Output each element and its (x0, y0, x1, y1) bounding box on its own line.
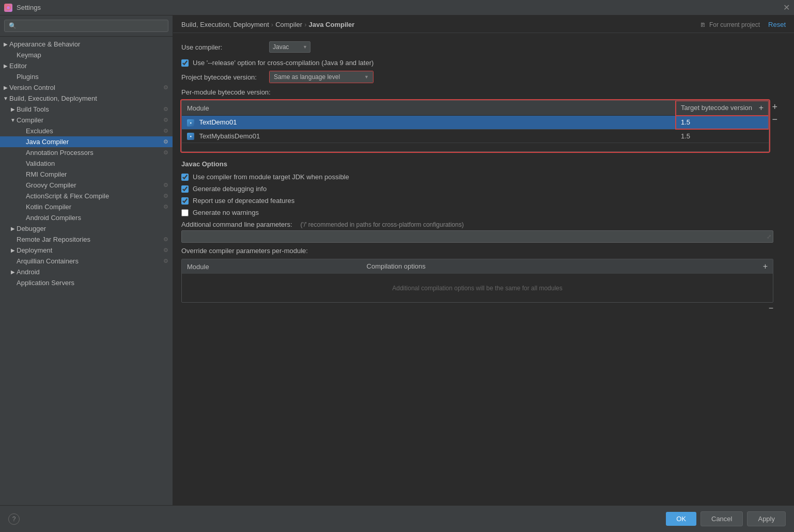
sidebar-item-rmi-compiler[interactable]: RMI Compiler (0, 169, 173, 180)
sidebar-item-label: Application Servers (17, 279, 168, 287)
sidebar-item-label: Editor (9, 62, 168, 70)
sidebar-item-label: Plugins (17, 73, 168, 81)
table-row[interactable]: ▪ TextDemo01 1.5 (182, 116, 769, 130)
project-bytecode-row: Project bytecode version: Same as langua… (181, 71, 786, 83)
module-name-cell: ▪ TextDemo01 (182, 116, 676, 130)
title-bar-left: Settings (4, 4, 41, 12)
sidebar-item-label: Deployment (17, 246, 161, 254)
reset-link[interactable]: Reset (768, 21, 786, 28)
table-row[interactable]: ▪ TextMybatisDemo01 1.5 (182, 129, 769, 143)
sidebar-item-excludes[interactable]: Excludes ⚙ (0, 126, 173, 136)
expand-icon[interactable]: ⤢ (767, 233, 771, 240)
main-layout: ▶ Appearance & Behavior Keymap ▶ Editor … (0, 15, 794, 505)
sidebar-item-editor[interactable]: ▶ Editor (0, 60, 173, 71)
generate-debugging-label: Generate debugging info (193, 185, 267, 193)
window-title: Settings (17, 4, 41, 11)
sidebar-item-remote-jar[interactable]: Remote Jar Repositories ⚙ (0, 234, 173, 245)
module-table-container: Module Target bytecode version + (181, 100, 769, 152)
sidebar-item-label: Annotation Processors (26, 149, 161, 157)
settings-icon: ⚙ (163, 258, 168, 264)
sidebar-item-label: Build Tools (17, 105, 161, 113)
override-table: Module Compilation options + Additional … (182, 259, 773, 302)
settings-icon: ⚙ (163, 204, 168, 210)
module-icon: ▪ (187, 133, 194, 140)
module-icon: ▪ (187, 119, 194, 127)
sidebar-item-label: Version Control (9, 84, 161, 91)
breadcrumb-part-2: Compiler (275, 21, 302, 28)
sidebar-item-application-servers[interactable]: Application Servers (0, 277, 173, 288)
search-input[interactable] (4, 20, 168, 32)
override-compiler-header: Override compiler parameters per-module: (181, 247, 786, 255)
add-row-button[interactable]: + (770, 100, 780, 114)
expand-arrow: ▶ (2, 63, 9, 69)
report-deprecated-checkbox[interactable] (181, 197, 189, 205)
module-version-cell: 1.5 (676, 129, 769, 143)
generate-no-warnings-label: Generate no warnings (193, 209, 259, 216)
settings-icon: ⚙ (163, 149, 168, 156)
col-module: Module (182, 101, 676, 116)
expand-arrow: ▶ (2, 41, 9, 47)
expand-arrow: ▶ (9, 247, 17, 253)
additional-cmd-header: Additional command line parameters: ('/'… (181, 221, 786, 228)
use-compiler-select-wrapper: Javac Eclipse Ajc (269, 41, 310, 53)
content-area: Build, Execution, Deployment › Compiler … (173, 15, 794, 505)
add-override-button[interactable]: + (763, 262, 768, 271)
settings-icon: ⚙ (163, 182, 168, 189)
expand-arrow: ▼ (9, 117, 17, 123)
sidebar-item-label: Keymap (17, 51, 168, 59)
sidebar-item-annotation-processors[interactable]: Annotation Processors ⚙ (0, 147, 173, 158)
expand-arrow: ▼ (2, 96, 9, 101)
javac-option-generate-debugging: Generate debugging info (181, 185, 786, 193)
bottom-right: OK Cancel Apply (666, 511, 786, 526)
sidebar-item-label: Groovy Compiler (26, 181, 161, 189)
close-button[interactable]: ✕ (783, 3, 790, 12)
expand-arrow: ▶ (2, 85, 9, 90)
use-compiler-select[interactable]: Javac Eclipse Ajc (269, 41, 310, 53)
sidebar-item-build-execution-deployment[interactable]: ▼ Build, Execution, Deployment (0, 93, 173, 104)
app-icon (4, 4, 12, 12)
use-compiler-row: Use compiler: Javac Eclipse Ajc (181, 41, 786, 53)
sidebar-item-android[interactable]: ▶ Android (0, 267, 173, 277)
generate-debugging-checkbox[interactable] (181, 185, 189, 193)
sidebar-item-groovy-compiler[interactable]: Groovy Compiler ⚙ (0, 180, 173, 191)
sidebar-item-keymap[interactable]: Keymap (0, 50, 173, 60)
sidebar-item-plugins[interactable]: Plugins (0, 71, 173, 82)
sidebar-item-version-control[interactable]: ▶ Version Control ⚙ (0, 82, 173, 93)
cancel-button[interactable]: Cancel (700, 511, 743, 526)
sidebar-item-label: Kotlin Compiler (26, 203, 161, 211)
help-button[interactable]: ? (8, 513, 20, 525)
sidebar-item-java-compiler[interactable]: Java Compiler ⚙ (0, 136, 173, 147)
ok-button[interactable]: OK (666, 512, 696, 526)
sidebar-item-label: Compiler (17, 116, 161, 124)
settings-icon: ⚙ (163, 247, 168, 254)
additional-cmd-input[interactable] (181, 230, 773, 243)
expand-arrow: ▶ (9, 106, 17, 112)
apply-button[interactable]: Apply (747, 511, 786, 526)
sidebar-item-deployment[interactable]: ▶ Deployment ⚙ (0, 245, 173, 256)
remove-row-button[interactable]: − (770, 113, 780, 126)
sidebar-item-build-tools[interactable]: ▶ Build Tools ⚙ (0, 104, 173, 115)
sidebar-item-debugger[interactable]: ▶ Debugger (0, 223, 173, 234)
javac-option-use-compiler: Use compiler from module target JDK when… (181, 173, 786, 181)
use-compiler-module-checkbox[interactable] (181, 174, 189, 181)
sidebar-item-android-compilers[interactable]: Android Compilers (0, 212, 173, 223)
cross-compilation-checkbox[interactable] (181, 59, 189, 67)
sidebar-item-compiler[interactable]: ▼ Compiler ⚙ (0, 115, 173, 126)
sidebar-item-kotlin-compiler[interactable]: Kotlin Compiler ⚙ (0, 201, 173, 212)
per-module-label: Per-module bytecode version: (181, 88, 786, 96)
sidebar-tree: ▶ Appearance & Behavior Keymap ▶ Editor … (0, 37, 173, 505)
svg-point-1 (7, 6, 10, 9)
override-compiler-section: Override compiler parameters per-module:… (181, 247, 786, 313)
expand-arrow: ▶ (9, 269, 17, 275)
settings-icon: ⚙ (163, 128, 168, 134)
add-module-button[interactable]: + (759, 104, 764, 112)
module-table: Module Target bytecode version + (182, 101, 769, 143)
content-header: Build, Execution, Deployment › Compiler … (173, 15, 794, 33)
generate-no-warnings-checkbox[interactable] (181, 209, 189, 216)
sidebar-item-appearance-behavior[interactable]: ▶ Appearance & Behavior (0, 39, 173, 50)
sidebar-item-actionscript-flex[interactable]: ActionScript & Flex Compile ⚙ (0, 191, 173, 201)
sidebar-item-arquillian[interactable]: Arquillian Containers ⚙ (0, 256, 173, 267)
sidebar-item-validation[interactable]: Validation (0, 158, 173, 169)
bytecode-select[interactable]: Same as language level 1.5 1.6 1.7 1.8 9… (270, 71, 373, 83)
remove-override-button[interactable]: − (769, 304, 773, 313)
